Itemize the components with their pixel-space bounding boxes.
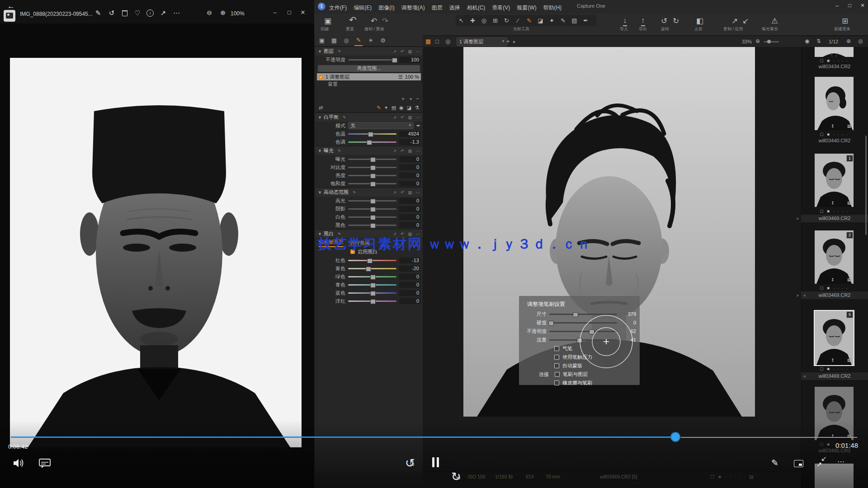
section-2-白色-value[interactable]: 0 [399, 214, 420, 220]
exposure-warning-icon[interactable]: ⚠ [771, 16, 778, 26]
slider-handle[interactable] [548, 321, 554, 326]
capture-icon[interactable]: ▣ [324, 16, 331, 26]
more-options-icon[interactable]: ⋯ [172, 9, 182, 17]
section-3-黄色-slider[interactable] [348, 268, 396, 269]
menu-item-6[interactable]: 相机(C) [467, 4, 486, 12]
section-2[interactable]: ▼高动态范围✎↗↶▤⋯ [315, 188, 423, 197]
link-icon[interactable]: ⇄ [319, 105, 323, 111]
section-1-对比度-value[interactable]: 0 [399, 164, 420, 170]
section-3-蓝色-value[interactable]: 0 [399, 290, 420, 296]
forward-30-button[interactable]: ↻ 30 [451, 470, 465, 483]
brush-checkbox[interactable] [554, 380, 559, 385]
slider-handle[interactable] [370, 291, 376, 296]
eye-icon[interactable]: ◉ [805, 38, 809, 44]
tab-adjust-icon[interactable]: ☀ [367, 36, 375, 46]
export-icon[interactable]: ↑ [641, 16, 645, 26]
header-action-icon-3[interactable]: ⋯ [416, 190, 420, 195]
clone-stamp-icon[interactable]: ⚗ [415, 105, 419, 111]
section-0-色温-value[interactable]: 4924 [399, 131, 420, 137]
photos-zoom-level[interactable]: 100% [231, 10, 245, 17]
slider-handle[interactable] [370, 223, 376, 228]
before-after-icon[interactable]: ◧ [696, 16, 703, 26]
add-layer-icon[interactable]: + [506, 38, 510, 45]
player-timeline-played[interactable] [11, 436, 671, 438]
thumb-zoom-icon[interactable]: ⊕ [846, 38, 851, 44]
slider-handle[interactable] [367, 258, 373, 263]
slider-handle[interactable] [392, 58, 397, 63]
slider-handle[interactable] [370, 215, 376, 220]
browser-thumbnail[interactable] [815, 77, 854, 130]
menu-item-3[interactable]: 调整项(A) [401, 4, 425, 12]
redo-icon[interactable]: ↷ [382, 16, 388, 26]
slider-handle[interactable] [370, 283, 376, 288]
menu-item-0[interactable]: 文件(F) [329, 4, 347, 12]
menu-item-4[interactable]: 图层 [432, 4, 443, 12]
section-2-高光-slider[interactable] [348, 200, 396, 202]
section-2-黑色-value[interactable]: 0 [399, 222, 420, 228]
select-tool-icon[interactable]: ↖ [456, 15, 467, 26]
draw-pencil-icon[interactable]: ✎ [771, 458, 778, 468]
slider-handle[interactable] [370, 207, 376, 212]
layer-checkbox[interactable]: ✓ [319, 74, 323, 80]
collapse-icon[interactable]: ▼ [318, 49, 322, 54]
edit-image-icon[interactable]: ✎ [93, 9, 103, 17]
c1-close-button[interactable]: ✕ [860, 2, 865, 9]
rotate-left-icon[interactable]: ↺ [661, 16, 667, 26]
header-action-icon-1[interactable]: ↶ [401, 190, 404, 195]
back-icon[interactable]: ← [7, 2, 15, 11]
section-1-饱和度-slider[interactable] [348, 183, 396, 184]
rotate-right-icon[interactable]: ↻ [673, 16, 679, 26]
layer-row-adjustment[interactable]: ✓1 调整图层☰100 % [317, 73, 421, 80]
photos-maximize-button[interactable]: □ [284, 9, 295, 16]
viewer-layer-dropdown[interactable]: 1 调整图层 ▼ [457, 38, 507, 46]
tab-library-icon[interactable]: ▦ [330, 36, 338, 46]
layer-row-background[interactable]: 背景 [315, 80, 423, 88]
volume-icon[interactable] [13, 457, 25, 469]
favorite-icon[interactable]: ♡ [132, 9, 142, 17]
layer-opacity-value[interactable]: 100 [399, 57, 420, 63]
slider-handle[interactable] [370, 157, 376, 162]
header-action-icon-2[interactable]: ▤ [408, 149, 412, 153]
slider-handle[interactable] [367, 140, 372, 145]
section-1-饱和度-value[interactable]: 0 [399, 181, 420, 187]
add-layer-icon[interactable]: ＋ [401, 95, 406, 102]
slider-handle[interactable] [370, 174, 376, 178]
header-action-icon-3[interactable]: ⋯ [416, 149, 420, 153]
mask-icon[interactable]: ☰ [398, 74, 403, 80]
header-action-icon-0[interactable]: ↗ [393, 190, 396, 195]
section-0[interactable]: ▼白平衡✎↗↶▤⋯ [315, 113, 423, 122]
draw-mask-tool-icon[interactable]: ✎ [524, 15, 535, 26]
layers-section[interactable]: ▼图层✎↗↶▤⋯ [315, 47, 423, 56]
c1-maximize-button[interactable]: □ [848, 2, 851, 9]
section-1-亮度-slider[interactable] [348, 175, 396, 176]
tab-capture-icon[interactable]: ▣ [318, 36, 326, 46]
mask-brush-icon[interactable]: ✎ [377, 105, 381, 111]
erase-mask-icon[interactable]: ◪ [407, 105, 411, 111]
single-view-icon[interactable]: □ [435, 38, 439, 45]
magic-brush-icon[interactable]: ✦ [384, 105, 388, 111]
slider-handle[interactable] [370, 165, 376, 170]
viewer-zoom-level[interactable]: 33% [742, 39, 752, 44]
pause-button[interactable] [430, 457, 441, 468]
section-3-黄色-value[interactable]: -20 [399, 266, 420, 272]
eyedropper-icon[interactable]: ✒ [416, 123, 420, 129]
brush-checkbox[interactable] [554, 363, 559, 368]
linear-gradient-mask-icon[interactable]: ▤ [392, 105, 396, 111]
mini-player-icon[interactable] [794, 460, 803, 467]
section-1-对比度-slider[interactable] [348, 167, 396, 168]
heal-tool-icon[interactable]: ✦ [546, 15, 557, 26]
c1-minimize-button[interactable]: – [835, 2, 839, 9]
rotate-icon[interactable]: ↺ [107, 9, 117, 17]
menu-item-2[interactable]: 图像(I) [378, 4, 394, 12]
radial-gradient-mask-icon[interactable]: ◉ [399, 105, 404, 111]
section-1-曝光-slider[interactable] [348, 159, 396, 160]
photos-minimize-button[interactable]: – [269, 9, 280, 16]
tab-lens-icon[interactable]: ◎ [342, 36, 350, 46]
rewind-10-button[interactable]: ↺ 10 [405, 456, 419, 470]
header-action-icon-1[interactable]: ↶ [401, 49, 404, 54]
slider-handle[interactable] [368, 132, 373, 137]
collapse-icon[interactable]: ▼ [318, 190, 322, 195]
thumbnail-rating[interactable]: ☐ ★ · · · · [813, 132, 855, 137]
thumbnail-rating[interactable]: ☐ ★ · · · · [813, 366, 855, 371]
header-action-icon-3[interactable]: ⋯ [416, 115, 420, 120]
